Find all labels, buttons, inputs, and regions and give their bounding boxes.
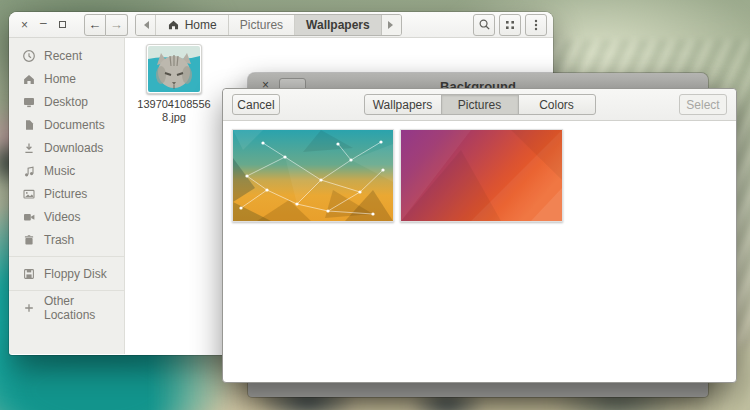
trash-icon xyxy=(22,233,36,247)
wallpaper-chooser-dialog: Cancel Wallpapers Pictures Colors Select xyxy=(222,88,737,383)
breadcrumb-label: Wallpapers xyxy=(306,18,370,32)
file-item-cat-jpg[interactable]: 139704108556 8.jpg xyxy=(130,44,218,124)
breadcrumb-scroll-right[interactable] xyxy=(382,15,401,35)
documents-icon xyxy=(22,118,36,132)
pictures-icon xyxy=(22,187,36,201)
sidebar-label: Pictures xyxy=(44,187,87,201)
grid-view-icon xyxy=(504,19,516,31)
select-label: Select xyxy=(686,98,719,112)
home-icon xyxy=(167,18,180,31)
floppy-icon xyxy=(22,267,36,281)
file-manager-titlebar[interactable]: × – ← → Home Pictures xyxy=(9,12,553,38)
maximize-button[interactable] xyxy=(59,21,66,28)
chevron-right-icon xyxy=(388,21,397,29)
tab-colors[interactable]: Colors xyxy=(518,94,596,115)
sidebar-item-home[interactable]: Home xyxy=(9,67,124,90)
source-tabs: Wallpapers Pictures Colors xyxy=(364,94,596,115)
videos-icon xyxy=(22,210,36,224)
places-sidebar: Recent Home Desktop Documents Downloads xyxy=(9,38,125,354)
sidebar-separator xyxy=(9,256,124,257)
select-button[interactable]: Select xyxy=(679,94,727,115)
sidebar-item-other-locations[interactable]: Other Locations xyxy=(9,296,124,319)
menu-button[interactable] xyxy=(525,14,547,36)
search-icon xyxy=(478,18,491,31)
tab-label: Wallpapers xyxy=(373,98,433,112)
sidebar-label: Floppy Disk xyxy=(44,267,107,281)
window-controls: × – xyxy=(21,19,66,31)
sidebar-label: Desktop xyxy=(44,95,88,109)
ubuntu-gradient-wallpaper xyxy=(401,130,562,221)
sidebar-label: Trash xyxy=(44,233,74,247)
sidebar-label: Recent xyxy=(44,49,82,63)
breadcrumb-scroll-left[interactable] xyxy=(136,15,156,35)
forward-button[interactable]: → xyxy=(106,14,128,36)
file-name: 139704108556 8.jpg xyxy=(137,98,210,124)
menu-kebab-icon xyxy=(530,18,542,32)
tab-wallpapers[interactable]: Wallpapers xyxy=(364,94,442,115)
breadcrumb-wallpapers[interactable]: Wallpapers xyxy=(295,15,382,35)
sidebar-separator xyxy=(9,290,124,291)
sidebar-label: Downloads xyxy=(44,141,103,155)
file-thumbnail xyxy=(146,44,202,94)
breadcrumb-label: Pictures xyxy=(240,18,283,32)
sidebar-item-pictures[interactable]: Pictures xyxy=(9,182,124,205)
sidebar-item-downloads[interactable]: Downloads xyxy=(9,136,124,159)
tab-pictures[interactable]: Pictures xyxy=(441,94,519,115)
sidebar-item-trash[interactable]: Trash xyxy=(9,228,124,251)
back-icon: ← xyxy=(88,17,101,32)
tab-label: Pictures xyxy=(458,98,501,112)
downloads-icon xyxy=(22,141,36,155)
close-button[interactable]: × xyxy=(21,19,28,31)
sidebar-item-desktop[interactable]: Desktop xyxy=(9,90,124,113)
sidebar-item-floppy-disk[interactable]: Floppy Disk xyxy=(9,262,124,285)
forward-icon: → xyxy=(110,17,123,32)
cat-photo-thumbnail xyxy=(148,46,200,92)
polygon-network-wallpaper xyxy=(233,130,393,221)
sidebar-label: Other Locations xyxy=(44,294,124,322)
history-nav: ← → xyxy=(84,14,128,36)
screen: × – ← → Home Pictures xyxy=(0,0,750,410)
breadcrumb-home[interactable]: Home xyxy=(156,15,229,35)
breadcrumb-pictures[interactable]: Pictures xyxy=(229,15,295,35)
chevron-left-icon xyxy=(140,21,149,29)
sidebar-item-music[interactable]: Music xyxy=(9,159,124,182)
breadcrumb-label: Home xyxy=(185,18,217,32)
cancel-button[interactable]: Cancel xyxy=(232,94,280,115)
sidebar-label: Documents xyxy=(44,118,105,132)
recent-icon xyxy=(22,49,36,63)
breadcrumb: Home Pictures Wallpapers xyxy=(135,14,402,36)
plus-icon xyxy=(22,301,36,315)
chooser-header[interactable]: Cancel Wallpapers Pictures Colors Select xyxy=(223,89,736,121)
back-button[interactable]: ← xyxy=(84,14,106,36)
wallpaper-option-polygon-network[interactable] xyxy=(232,129,394,222)
music-icon xyxy=(22,164,36,178)
desktop-icon xyxy=(22,95,36,109)
cancel-label: Cancel xyxy=(237,98,274,112)
sidebar-item-videos[interactable]: Videos xyxy=(9,205,124,228)
minimize-button[interactable]: – xyxy=(40,17,47,29)
header-toolbar xyxy=(473,14,547,36)
sidebar-label: Music xyxy=(44,164,75,178)
sidebar-item-recent[interactable]: Recent xyxy=(9,44,124,67)
home-icon xyxy=(22,72,36,86)
sidebar-label: Videos xyxy=(44,210,80,224)
search-button[interactable] xyxy=(473,14,495,36)
chooser-body xyxy=(223,121,736,382)
sidebar-label: Home xyxy=(44,72,76,86)
tab-label: Colors xyxy=(539,98,574,112)
view-grid-button[interactable] xyxy=(499,14,521,36)
wallpaper-option-ubuntu-gradient[interactable] xyxy=(400,129,563,222)
sidebar-item-documents[interactable]: Documents xyxy=(9,113,124,136)
